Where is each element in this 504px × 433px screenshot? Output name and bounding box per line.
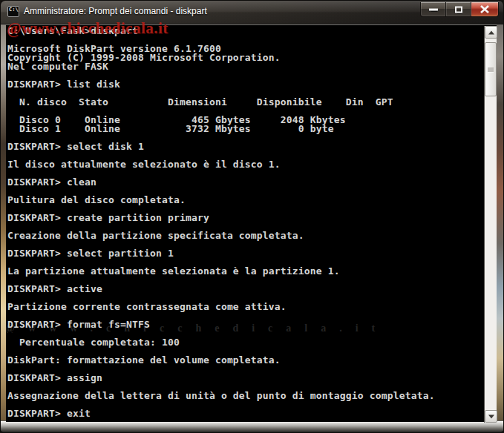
console-line: DiskPart: formattazione del volume compl… [7, 356, 484, 365]
scrollbar-thumb[interactable] [485, 42, 497, 96]
console-line: Assegnazione della lettera di unità o de… [7, 391, 484, 400]
close-icon [480, 3, 490, 16]
scroll-down-icon [488, 414, 494, 418]
console-line: C:\Users\Fask>diskpart [7, 27, 484, 36]
window-left-border [1, 24, 6, 422]
maximize-icon [455, 6, 462, 13]
scroll-up-icon [488, 30, 494, 34]
console-line: DISKPART> active [7, 285, 484, 294]
console-line: Percentuale completata: 100 [7, 338, 484, 347]
console-output: C:\Users\Fask>diskpart Microsoft DiskPar… [7, 27, 484, 420]
console-line: DISKPART> select disk 1 [7, 142, 484, 151]
console-line: Partizione corrente contrassegnata come … [7, 303, 484, 311]
console-line: DISKPART> exit [7, 409, 484, 418]
scrollbar-track[interactable] [484, 26, 497, 423]
window-title: Amministratore: Prompt dei comandi - dis… [24, 1, 207, 22]
console-line: Disco 1 Online 3732 Mbytes 0 byte [7, 125, 484, 133]
titlebar[interactable]: C:\ Amministratore: Prompt dei comandi -… [1, 1, 503, 24]
window-bottom-border [1, 420, 503, 432]
console-line: DISKPART> select partition 1 [7, 249, 484, 258]
console-line: N. disco Stato Dimensioni Disponibile Di… [7, 98, 484, 107]
close-button[interactable] [471, 2, 499, 17]
console-line: DISKPART> create partition primary [7, 214, 484, 222]
console-line: Pulitura del disco completata. [7, 196, 484, 205]
cmd-icon[interactable]: C:\ [7, 6, 19, 17]
maximize-button[interactable] [446, 2, 471, 17]
cmd-window: C:\ Amministratore: Prompt dei comandi -… [0, 0, 504, 433]
console-line: DISKPART> list disk [7, 80, 484, 89]
console-line: La partizione attualmente selezionata è … [7, 267, 484, 276]
console: C:\Users\Fask>diskpart Microsoft DiskPar… [6, 24, 497, 422]
scroll-up-button[interactable] [485, 26, 497, 39]
scrollbar-thumb-grip [488, 67, 494, 72]
console-line: Il disco attualmente selezionato è il di… [7, 160, 484, 169]
console-line: Creazione della partizione specificata c… [7, 231, 484, 240]
scroll-down-button[interactable] [485, 410, 497, 423]
minimize-icon [429, 9, 438, 11]
window-controls [420, 2, 499, 17]
console-line: DISKPART> format fs=NTFS [7, 320, 484, 329]
minimize-button[interactable] [420, 2, 446, 17]
console-line: Nel computer FASK [7, 62, 484, 71]
console-line: DISKPART> assign [7, 374, 484, 383]
console-line: DISKPART> clean [7, 178, 484, 187]
